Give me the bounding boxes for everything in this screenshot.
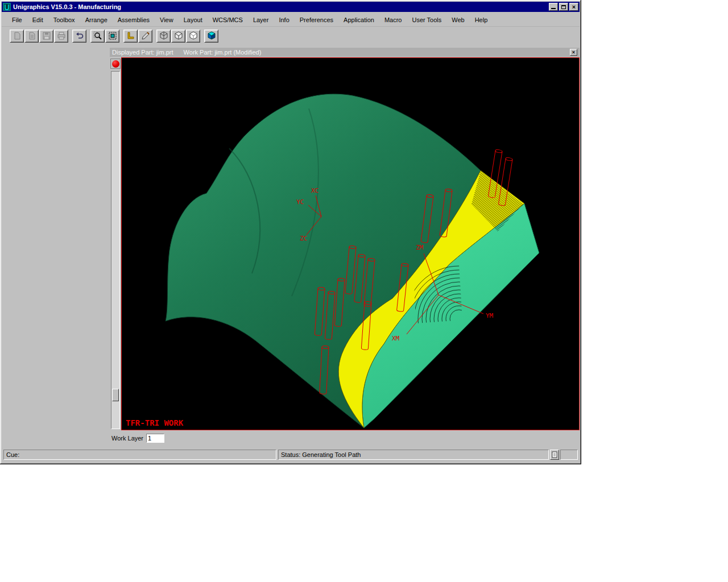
tool-button[interactable] — [123, 30, 138, 43]
new-part-icon — [13, 31, 22, 40]
minimize-button[interactable] — [549, 3, 558, 11]
menu-item-help[interactable]: Help — [470, 15, 493, 25]
cube-trimetric-icon — [189, 31, 198, 40]
cue-label: Cue: — [6, 451, 19, 458]
interrupt-stop-icon — [112, 60, 119, 68]
menu-item-preferences[interactable]: Preferences — [295, 15, 338, 25]
menu-item-view[interactable]: View — [155, 15, 178, 25]
minimize-icon — [551, 8, 556, 9]
shaded-cube-button[interactable] — [204, 30, 218, 43]
menu-item-edit[interactable]: Edit — [28, 15, 48, 25]
edit-button[interactable] — [138, 30, 152, 43]
viewport-header: Displayed Part: jim.prt Work Part: jim.p… — [110, 48, 580, 57]
vertical-scrollbar[interactable] — [111, 71, 120, 429]
save-button[interactable] — [39, 30, 53, 43]
cube-wireframe-icon — [159, 31, 168, 40]
vertical-scrollbar-thumb[interactable] — [112, 389, 119, 401]
work-layer-label: Work Layer — [111, 435, 143, 442]
menu-item-user-tools[interactable]: User Tools — [407, 15, 446, 25]
menu-item-application[interactable]: Application — [339, 15, 379, 25]
graphics-viewport[interactable]: XC YC ZC ZM YM XM TFR-TRI WORK — [121, 57, 580, 430]
menu-item-info[interactable]: Info — [274, 15, 293, 25]
zoom-button[interactable] — [90, 30, 105, 43]
print-icon — [57, 31, 66, 40]
menu-item-web[interactable]: Web — [447, 15, 469, 25]
status-field: Status: Generating Tool Path — [278, 450, 549, 460]
axis-label-xm: XM — [392, 335, 400, 342]
app-logo-icon — [3, 3, 11, 11]
tool-icon — [126, 31, 135, 40]
new-part-button[interactable] — [10, 30, 24, 43]
menu-item-macro[interactable]: Macro — [380, 15, 407, 25]
axis-label-yc: YC — [296, 198, 304, 206]
menu-item-layout[interactable]: Layout — [179, 15, 207, 25]
status-bar: Cue: Status: Generating Tool Path — [2, 448, 580, 462]
undo-icon — [75, 31, 84, 40]
menu-item-wcs-mcs[interactable]: WCS/MCS — [208, 15, 247, 25]
work-part-label: Work Part: jim.prt (Modified) — [184, 49, 262, 56]
cube-wireframe-button[interactable] — [156, 30, 171, 43]
menu-item-arrange[interactable]: Arrange — [81, 15, 112, 25]
axis-label-zm: ZM — [416, 244, 424, 251]
close-icon: × — [572, 4, 576, 10]
status-text: Status: Generating Tool Path — [281, 451, 361, 458]
window-title: Unigraphics V15.0.3 - Manufacturing — [13, 3, 549, 10]
work-layer-row: Work Layer — [111, 433, 164, 444]
shaded-cube-icon — [207, 31, 216, 40]
axis-label-ym: YM — [486, 312, 494, 319]
cube-iso-icon — [174, 31, 183, 40]
fit-view-button[interactable] — [105, 30, 119, 43]
axis-label-zc: ZC — [300, 235, 307, 242]
view-overlay-text: TFR-TRI WORK — [126, 418, 184, 427]
zoom-icon — [93, 31, 102, 40]
menu-item-toolbox[interactable]: Toolbox — [49, 15, 80, 25]
menu-item-layer[interactable]: Layer — [249, 15, 274, 25]
status-log-button[interactable] — [550, 450, 559, 460]
graphics-scene: XC YC ZC ZM YM XM TFR-TRI WORK — [121, 57, 580, 430]
title-bar[interactable]: Unigraphics V15.0.3 - Manufacturing × — [2, 2, 580, 12]
fit-view-icon — [108, 31, 117, 40]
axis-label-xc: XC — [311, 187, 318, 194]
menu-item-file[interactable]: File — [7, 15, 27, 25]
cube-trimetric-button[interactable] — [186, 30, 200, 43]
open-part-button[interactable] — [24, 30, 39, 43]
menu-bar: File Edit Toolbox Arrange Assemblies Vie… — [2, 13, 580, 27]
work-layer-input[interactable] — [146, 434, 164, 443]
menu-item-assemblies[interactable]: Assemblies — [113, 15, 154, 25]
viewport-left-strip — [110, 57, 121, 430]
app-window: Unigraphics V15.0.3 - Manufacturing × Fi… — [0, 0, 581, 464]
interrupt-button[interactable] — [110, 59, 121, 69]
cue-field: Cue: — [3, 450, 276, 460]
print-button[interactable] — [54, 30, 68, 43]
maximize-button[interactable] — [559, 3, 568, 11]
toolbar — [2, 27, 580, 44]
displayed-part-label: Displayed Part: jim.prt — [112, 49, 173, 56]
save-icon — [42, 31, 51, 40]
cube-iso-button[interactable] — [171, 30, 185, 43]
scroll-log-icon — [552, 451, 557, 458]
viewport-close-button[interactable]: × — [570, 49, 577, 56]
maximize-icon — [561, 5, 566, 9]
edit-icon — [141, 31, 150, 40]
undo-button[interactable] — [72, 30, 86, 43]
close-button[interactable]: × — [569, 3, 578, 11]
status-spare-panel — [560, 450, 578, 460]
open-part-icon — [27, 31, 36, 40]
